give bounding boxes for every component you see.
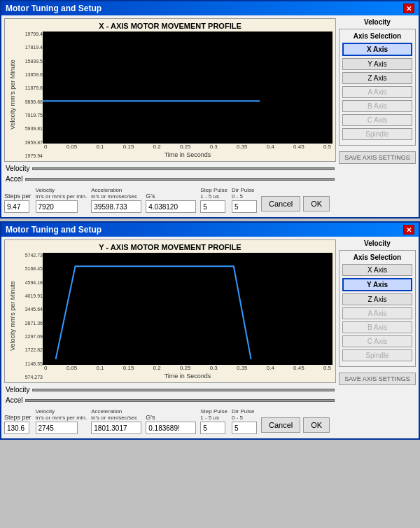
- velocity-slider[interactable]: [32, 389, 335, 391]
- cancel-button[interactable]: Cancel: [261, 417, 300, 433]
- axis-btn-spindle[interactable]: Spindle: [342, 349, 412, 361]
- dir-pulse-input[interactable]: [232, 422, 257, 434]
- y-tick-labels: 19799.417819.415839.513859.611879.69899.…: [18, 32, 43, 158]
- y-tick: 9899.68: [18, 99, 43, 104]
- y-tick: 1722.82: [18, 347, 43, 352]
- step-pulse-input[interactable]: [200, 422, 225, 434]
- x-tick: 0.45: [293, 144, 304, 150]
- axis-btn-c-axis[interactable]: C Axis: [342, 335, 412, 347]
- bottom-btns: Cancel OK: [261, 416, 330, 434]
- steps-per-input[interactable]: [4, 422, 29, 434]
- axis-btn-spindle[interactable]: Spindle: [342, 128, 412, 140]
- acceleration-input[interactable]: [91, 422, 141, 434]
- accel-slider-row: Accel: [4, 396, 336, 404]
- velocity-input[interactable]: [36, 422, 78, 434]
- axis-btn-y-axis[interactable]: Y Axis: [342, 58, 412, 70]
- title-bar: Motor Tuning and Setup ✕: [1, 223, 419, 237]
- accel-slider[interactable]: [25, 178, 335, 181]
- dir-pulse-label: Dir Pulse0 - 5: [232, 187, 257, 200]
- velocity-slider-row: Velocity: [4, 165, 336, 172]
- chart-title: X - AXIS MOTOR MOVEMENT PROFILE: [8, 22, 332, 30]
- ok-button[interactable]: OK: [303, 417, 330, 433]
- velocity-slider[interactable]: [32, 167, 335, 170]
- save-axis-settings-button[interactable]: SAVE AXIS SETTINGS: [339, 373, 416, 385]
- accel-slider-label: Accel: [6, 396, 22, 404]
- x-tick: 0.3: [210, 365, 218, 371]
- x-axis-label: Time in Seconds: [43, 373, 332, 380]
- velocity-group: VelocityIn's or mm's per min.: [36, 187, 88, 213]
- y-axis-label-vertical: Velocity mm's per Minute: [8, 32, 18, 158]
- save-axis-settings-button[interactable]: SAVE AXIS SETTINGS: [339, 151, 416, 164]
- axis-btn-x-axis[interactable]: X Axis: [342, 264, 412, 276]
- axis-btn-z-axis[interactable]: Z Axis: [342, 72, 412, 84]
- x-tick: 0.4: [267, 144, 274, 150]
- axis-selection-title: Axis Selection: [342, 32, 412, 40]
- x-tick-labels: 00.050.10.150.20.250.30.350.40.450.5: [43, 365, 332, 371]
- y-tick: 17819.4: [18, 45, 43, 50]
- x-tick: 0.15: [123, 144, 134, 150]
- input-row: Steps per VelocityIn's or mm's per min. …: [4, 407, 336, 436]
- velocity-right-label: Velocity: [339, 18, 416, 26]
- accel-slider[interactable]: [25, 399, 335, 402]
- y-tick: 19799.4: [18, 32, 43, 36]
- velocity-slider-label: Velocity: [6, 386, 29, 394]
- right-panel: Velocity Axis Selection X AxisY AxisZ Ax…: [339, 239, 416, 436]
- acceleration-group: Accelerationin's or mm/sec/sec: [91, 408, 141, 434]
- title-bar: Motor Tuning and Setup ✕: [1, 1, 419, 15]
- window-title: Motor Tuning and Setup: [6, 225, 102, 235]
- velocity-input[interactable]: [36, 200, 78, 213]
- x-tick: 0.15: [123, 365, 134, 371]
- y-tick-labels: 5742.735168.454594.184019.913445.642871.…: [18, 253, 43, 380]
- steps-per-group: Steps per: [4, 193, 31, 213]
- dir-pulse-input[interactable]: [232, 200, 257, 213]
- velocity-slider-label: Velocity: [6, 165, 29, 172]
- window-window1: Motor Tuning and Setup ✕ X - AXIS MOTOR …: [0, 0, 420, 218]
- axis-btn-c-axis[interactable]: C Axis: [342, 114, 412, 126]
- x-tick: 0: [44, 365, 47, 371]
- acceleration-input[interactable]: [91, 200, 141, 213]
- velocity-input-label: VelocityIn's or mm's per min.: [36, 408, 88, 421]
- close-button[interactable]: ✕: [403, 225, 414, 235]
- axis-btn-a-axis[interactable]: A Axis: [342, 307, 412, 319]
- axis-btn-z-axis[interactable]: Z Axis: [342, 293, 412, 305]
- x-tick: 0.35: [237, 144, 248, 150]
- y-tick: 2871.36: [18, 321, 43, 326]
- gs-input[interactable]: [146, 422, 196, 434]
- gs-label: G's: [146, 414, 196, 421]
- x-tick: 0.05: [66, 365, 78, 371]
- axis-btn-b-axis[interactable]: B Axis: [342, 321, 412, 333]
- x-tick: 0.35: [237, 365, 248, 371]
- y-tick: 1148.55: [18, 361, 43, 366]
- dir-pulse-group: Dir Pulse0 - 5: [232, 408, 257, 434]
- close-button[interactable]: ✕: [403, 4, 414, 13]
- axis-btn-a-axis[interactable]: A Axis: [342, 86, 412, 98]
- axis-btn-x-axis[interactable]: X Axis: [342, 43, 412, 56]
- left-panel: Y - AXIS MOTOR MOVEMENT PROFILE Velocity…: [4, 239, 336, 436]
- x-tick: 0.45: [293, 365, 304, 371]
- steps-per-input[interactable]: [4, 200, 29, 213]
- right-panel: Velocity Axis Selection X AxisY AxisZ Ax…: [339, 18, 416, 214]
- y-tick: 5939.81: [18, 126, 43, 131]
- velocity-slider-row: Velocity: [4, 386, 336, 394]
- chart-container: X - AXIS MOTOR MOVEMENT PROFILE Velocity…: [4, 18, 336, 162]
- left-panel: X - AXIS MOTOR MOVEMENT PROFILE Velocity…: [4, 18, 336, 214]
- window-window2: Motor Tuning and Setup ✕ Y - AXIS MOTOR …: [0, 221, 420, 440]
- y-tick: 2297.09: [18, 334, 43, 339]
- step-pulse-input[interactable]: [200, 200, 225, 213]
- x-tick: 0.05: [66, 144, 78, 150]
- gs-label: G's: [146, 193, 196, 200]
- y-axis-label-vertical: Velocity mm's per Minute: [8, 253, 18, 380]
- step-pulse-label: Step Pulse1 - 5 us: [200, 187, 227, 200]
- gs-input[interactable]: [146, 200, 196, 213]
- cancel-button[interactable]: Cancel: [261, 196, 300, 211]
- chart-svg: [43, 32, 332, 144]
- acceleration-label: Accelerationin's or mm/sec/sec: [91, 408, 141, 421]
- svg-rect-0: [43, 32, 260, 144]
- x-tick: 0.1: [96, 144, 104, 150]
- axis-btn-b-axis[interactable]: B Axis: [342, 100, 412, 112]
- ok-button[interactable]: OK: [303, 196, 330, 211]
- axis-btn-y-axis[interactable]: Y Axis: [342, 278, 412, 291]
- x-tick: 0.25: [180, 144, 191, 150]
- y-tick: 4594.18: [18, 280, 43, 285]
- chart-container: Y - AXIS MOTOR MOVEMENT PROFILE Velocity…: [4, 239, 336, 383]
